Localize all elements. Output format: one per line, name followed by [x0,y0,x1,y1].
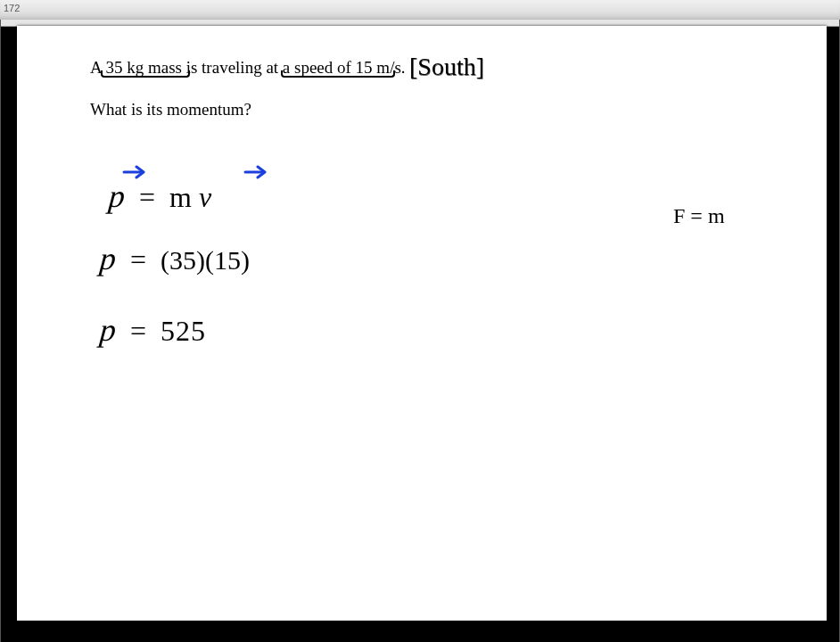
problem-statement-line2: What is its momentum? [90,100,251,119]
equation-substitution: p = (35)(15) [100,240,250,277]
side-note-force: F = m [673,204,725,228]
underline-mass [101,70,190,78]
vector-arrow-v-icon [243,165,270,183]
whiteboard-canvas[interactable]: A 35 kg mass is traveling at a speed of … [17,26,827,621]
presentation-stage: A 35 kg mass is traveling at a speed of … [0,20,840,642]
direction-annotation: [South] [409,53,484,81]
underline-speed [281,70,395,78]
page-number: 172 [4,3,20,13]
title-bar[interactable]: 172 [0,0,840,21]
equation-formula: p = m v [109,177,211,215]
equation-result: p = 525 [100,311,206,349]
app-window: 172 A 35 kg mass is traveling at a speed… [0,0,840,642]
